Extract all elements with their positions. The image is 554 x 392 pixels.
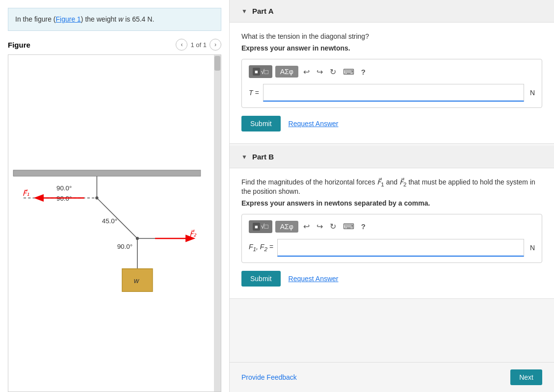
part-b-submit-btn[interactable]: Submit [241, 271, 281, 287]
part-b-body: Find the magnitudes of the horizontal fo… [230, 168, 554, 298]
part-b-answer-box: ■ √□ ΑΣφ ↩ ↪ ↻ ⌨ ? F1, F2 = N [241, 214, 542, 263]
left-panel: In the figure (Figure 1) the weight w is… [0, 0, 230, 392]
part-a-submit-btn[interactable]: Submit [241, 116, 281, 131]
figure-prev-btn[interactable]: ‹ [176, 39, 187, 51]
part-a-section: ▼ Part A What is the tension in the diag… [230, 0, 554, 144]
part-b-label: F1, F2 = [249, 243, 273, 252]
part-b-input[interactable] [277, 239, 524, 257]
provide-feedback-link[interactable]: Provide Feedback [241, 373, 297, 381]
part-a-request-btn[interactable]: Request Answer [289, 120, 339, 128]
part-a-reset-btn[interactable]: ↻ [328, 66, 338, 78]
part-a-body: What is the tension in the diagonal stri… [230, 23, 554, 143]
next-button[interactable]: Next [510, 369, 542, 385]
figure-nav-text: 1 of 1 [190, 41, 207, 49]
part-a-actions: Submit Request Answer [241, 116, 542, 131]
figure-link[interactable]: Figure 1 [56, 15, 81, 23]
part-b-actions: Submit Request Answer [241, 271, 542, 287]
problem-text: In the figure (Figure 1) the weight w is… [8, 8, 221, 31]
part-b-toolbar: ■ √□ ΑΣφ ↩ ↪ ↻ ⌨ ? [249, 220, 535, 233]
svg-point-10 [95, 196, 98, 199]
figure-svg: 90.0° 90.0° F⃗₁ 45.0° 90.0 [8, 55, 221, 392]
footer-bar: Provide Feedback Next [230, 362, 554, 392]
part-a-formula-btn[interactable]: ■ √□ [249, 65, 272, 78]
part-a-toolbar: ■ √□ ΑΣφ ↩ ↪ ↻ ⌨ ? [249, 65, 535, 78]
part-a-question: What is the tension in the diagonal stri… [241, 32, 542, 40]
part-a-answer-box: ■ √□ ΑΣφ ↩ ↪ ↻ ⌨ ? T = N [241, 59, 542, 108]
svg-text:90.0°: 90.0° [56, 184, 72, 192]
svg-text:F⃗₂: F⃗₂ [189, 230, 197, 238]
part-a-equation-row: T = N [249, 84, 535, 102]
part-b-keyboard-btn[interactable]: ⌨ [341, 221, 356, 232]
part-a-undo-btn[interactable]: ↩ [301, 66, 312, 78]
svg-text:45.0°: 45.0° [102, 217, 117, 225]
part-a-title: Part A [252, 7, 274, 15]
part-b-greek-btn[interactable]: ΑΣφ [275, 221, 298, 233]
part-b-section: ▼ Part B Find the magnitudes of the hori… [230, 146, 554, 299]
part-a-unit: N [530, 89, 535, 97]
part-a-redo-btn[interactable]: ↪ [315, 66, 325, 78]
part-b-formula-btn[interactable]: ■ √□ [249, 220, 272, 233]
figure-area: Figure ‹ 1 of 1 › 90.0° [0, 39, 229, 392]
part-a-greek-btn[interactable]: ΑΣφ [275, 66, 298, 78]
figure-title: Figure [8, 41, 176, 49]
svg-text:90.0°: 90.0° [117, 243, 132, 250]
figure-next-btn[interactable]: › [210, 39, 221, 51]
part-a-keyboard-btn[interactable]: ⌨ [341, 66, 356, 78]
part-a-express: Express your answer in newtons. [241, 44, 542, 52]
svg-point-16 [136, 237, 139, 240]
part-b-question: Find the magnitudes of the horizontal fo… [241, 178, 542, 195]
part-b-title: Part B [252, 153, 274, 161]
figure-nav: ‹ 1 of 1 › [176, 39, 221, 51]
part-a-arrow: ▼ [241, 8, 247, 15]
part-a-label: T = [249, 89, 259, 97]
part-b-undo-btn[interactable]: ↩ [301, 221, 312, 232]
part-b-equation-row: F1, F2 = N [249, 239, 535, 257]
part-b-request-btn[interactable]: Request Answer [289, 275, 339, 283]
part-b-reset-btn[interactable]: ↻ [328, 221, 338, 232]
part-b-help-btn[interactable]: ? [359, 221, 368, 232]
part-b-arrow: ▼ [241, 154, 247, 160]
right-panel: ▼ Part A What is the tension in the diag… [230, 0, 554, 392]
svg-text:w: w [134, 277, 140, 285]
figure-canvas: 90.0° 90.0° F⃗₁ 45.0° 90.0 [8, 54, 221, 392]
svg-rect-0 [13, 170, 200, 176]
part-a-header[interactable]: ▼ Part A [230, 0, 554, 23]
figure-header: Figure ‹ 1 of 1 › [8, 39, 221, 51]
figure-scrollbar[interactable] [214, 55, 221, 392]
part-b-unit: N [530, 244, 535, 252]
part-b-redo-btn[interactable]: ↪ [315, 221, 325, 232]
figure-scroll-thumb [214, 56, 220, 71]
svg-text:F⃗₁: F⃗₁ [23, 189, 29, 198]
part-a-input[interactable] [263, 84, 524, 102]
part-a-help-btn[interactable]: ? [359, 67, 368, 77]
part-b-express: Express your answers in newtons separate… [241, 199, 542, 207]
part-b-header[interactable]: ▼ Part B [230, 146, 554, 168]
